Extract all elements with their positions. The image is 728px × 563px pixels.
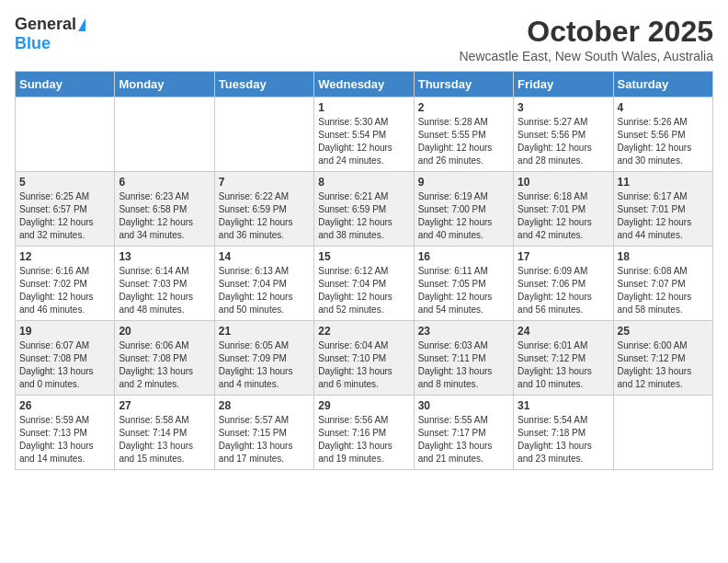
calendar-cell: 11Sunrise: 6:17 AM Sunset: 7:01 PM Dayli… (613, 172, 712, 247)
calendar-cell: 26Sunrise: 5:59 AM Sunset: 7:13 PM Dayli… (16, 396, 115, 470)
day-info: Sunrise: 6:22 AM Sunset: 6:59 PM Dayligh… (219, 190, 310, 242)
day-number: 23 (418, 325, 509, 338)
day-number: 6 (119, 176, 210, 189)
calendar-cell: 3Sunrise: 5:27 AM Sunset: 5:56 PM Daylig… (514, 98, 613, 172)
calendar-cell: 14Sunrise: 6:13 AM Sunset: 7:04 PM Dayli… (214, 247, 313, 321)
day-info: Sunrise: 6:13 AM Sunset: 7:04 PM Dayligh… (219, 265, 310, 316)
day-info: Sunrise: 6:00 AM Sunset: 7:12 PM Dayligh… (618, 339, 709, 391)
day-number: 24 (518, 325, 609, 338)
calendar-cell: 16Sunrise: 6:11 AM Sunset: 7:05 PM Dayli… (414, 247, 513, 321)
logo-blue-text: Blue (15, 34, 51, 53)
month-title: October 2025 (460, 15, 714, 49)
weekday-header-friday: Friday (514, 72, 613, 98)
calendar-cell: 15Sunrise: 6:12 AM Sunset: 7:04 PM Dayli… (314, 247, 414, 321)
calendar-cell: 13Sunrise: 6:14 AM Sunset: 7:03 PM Dayli… (115, 247, 214, 321)
calendar-cell (16, 98, 115, 172)
day-number: 5 (19, 176, 110, 189)
calendar-week-row: 12Sunrise: 6:16 AM Sunset: 7:02 PM Dayli… (16, 247, 713, 321)
calendar-cell: 27Sunrise: 5:58 AM Sunset: 7:14 PM Dayli… (115, 396, 214, 470)
calendar-cell: 19Sunrise: 6:07 AM Sunset: 7:08 PM Dayli… (16, 321, 115, 396)
day-info: Sunrise: 5:55 AM Sunset: 7:17 PM Dayligh… (418, 414, 509, 465)
calendar-week-row: 19Sunrise: 6:07 AM Sunset: 7:08 PM Dayli… (16, 321, 713, 396)
day-number: 27 (119, 399, 210, 412)
calendar-cell: 31Sunrise: 5:54 AM Sunset: 7:18 PM Dayli… (514, 396, 613, 470)
day-info: Sunrise: 5:26 AM Sunset: 5:56 PM Dayligh… (618, 116, 709, 167)
day-info: Sunrise: 5:58 AM Sunset: 7:14 PM Dayligh… (119, 414, 210, 465)
day-number: 30 (418, 399, 509, 412)
calendar-cell: 4Sunrise: 5:26 AM Sunset: 5:56 PM Daylig… (613, 98, 712, 172)
day-number: 18 (618, 250, 709, 263)
calendar-week-row: 1Sunrise: 5:30 AM Sunset: 5:54 PM Daylig… (16, 98, 713, 172)
day-info: Sunrise: 6:07 AM Sunset: 7:08 PM Dayligh… (19, 339, 110, 391)
day-info: Sunrise: 6:23 AM Sunset: 6:58 PM Dayligh… (119, 190, 210, 242)
day-info: Sunrise: 6:12 AM Sunset: 7:04 PM Dayligh… (318, 265, 409, 316)
calendar-cell: 17Sunrise: 6:09 AM Sunset: 7:06 PM Dayli… (514, 247, 613, 321)
day-info: Sunrise: 5:28 AM Sunset: 5:55 PM Dayligh… (418, 116, 509, 167)
day-info: Sunrise: 6:14 AM Sunset: 7:03 PM Dayligh… (119, 265, 210, 316)
day-number: 28 (219, 399, 310, 412)
weekday-header-monday: Monday (115, 72, 214, 98)
day-number: 19 (19, 325, 110, 338)
day-number: 17 (518, 250, 609, 263)
day-info: Sunrise: 5:54 AM Sunset: 7:18 PM Dayligh… (518, 414, 609, 465)
calendar-week-row: 5Sunrise: 6:25 AM Sunset: 6:57 PM Daylig… (16, 172, 713, 247)
calendar-cell: 28Sunrise: 5:57 AM Sunset: 7:15 PM Dayli… (214, 396, 313, 470)
calendar-cell: 12Sunrise: 6:16 AM Sunset: 7:02 PM Dayli… (16, 247, 115, 321)
day-info: Sunrise: 6:25 AM Sunset: 6:57 PM Dayligh… (19, 190, 110, 242)
day-info: Sunrise: 6:04 AM Sunset: 7:10 PM Dayligh… (318, 339, 409, 391)
day-number: 26 (19, 399, 110, 412)
calendar-cell: 10Sunrise: 6:18 AM Sunset: 7:01 PM Dayli… (514, 172, 613, 247)
day-info: Sunrise: 6:09 AM Sunset: 7:06 PM Dayligh… (518, 265, 609, 316)
day-info: Sunrise: 6:16 AM Sunset: 7:02 PM Dayligh… (19, 265, 110, 316)
calendar-cell: 21Sunrise: 6:05 AM Sunset: 7:09 PM Dayli… (214, 321, 313, 396)
day-info: Sunrise: 6:06 AM Sunset: 7:08 PM Dayligh… (119, 339, 210, 391)
calendar-cell: 2Sunrise: 5:28 AM Sunset: 5:55 PM Daylig… (414, 98, 513, 172)
day-number: 14 (219, 250, 310, 263)
day-number: 15 (318, 250, 409, 263)
calendar-cell: 6Sunrise: 6:23 AM Sunset: 6:58 PM Daylig… (115, 172, 214, 247)
day-number: 11 (618, 176, 709, 189)
calendar-cell (613, 396, 712, 470)
logo-general-text: General (15, 15, 76, 34)
day-info: Sunrise: 5:30 AM Sunset: 5:54 PM Dayligh… (318, 116, 409, 167)
day-info: Sunrise: 6:05 AM Sunset: 7:09 PM Dayligh… (219, 339, 310, 391)
day-info: Sunrise: 6:18 AM Sunset: 7:01 PM Dayligh… (518, 190, 609, 242)
calendar-cell (115, 98, 214, 172)
calendar-cell: 24Sunrise: 6:01 AM Sunset: 7:12 PM Dayli… (514, 321, 613, 396)
weekday-header-tuesday: Tuesday (214, 72, 313, 98)
calendar-cell: 22Sunrise: 6:04 AM Sunset: 7:10 PM Dayli… (314, 321, 414, 396)
day-number: 20 (119, 325, 210, 338)
day-info: Sunrise: 6:19 AM Sunset: 7:00 PM Dayligh… (418, 190, 509, 242)
weekday-header-wednesday: Wednesday (314, 72, 414, 98)
day-info: Sunrise: 6:01 AM Sunset: 7:12 PM Dayligh… (518, 339, 609, 391)
calendar-cell: 7Sunrise: 6:22 AM Sunset: 6:59 PM Daylig… (214, 172, 313, 247)
day-number: 29 (318, 399, 409, 412)
day-number: 25 (618, 325, 709, 338)
day-info: Sunrise: 6:17 AM Sunset: 7:01 PM Dayligh… (618, 190, 709, 242)
day-number: 8 (318, 176, 409, 189)
calendar-cell: 23Sunrise: 6:03 AM Sunset: 7:11 PM Dayli… (414, 321, 513, 396)
weekday-header-thursday: Thursday (414, 72, 513, 98)
calendar-week-row: 26Sunrise: 5:59 AM Sunset: 7:13 PM Dayli… (16, 396, 713, 470)
calendar-cell: 29Sunrise: 5:56 AM Sunset: 7:16 PM Dayli… (314, 396, 414, 470)
calendar-cell: 20Sunrise: 6:06 AM Sunset: 7:08 PM Dayli… (115, 321, 214, 396)
day-info: Sunrise: 5:57 AM Sunset: 7:15 PM Dayligh… (219, 414, 310, 465)
calendar-cell: 30Sunrise: 5:55 AM Sunset: 7:17 PM Dayli… (414, 396, 513, 470)
day-info: Sunrise: 6:03 AM Sunset: 7:11 PM Dayligh… (418, 339, 509, 391)
day-number: 7 (219, 176, 310, 189)
day-number: 3 (518, 101, 609, 114)
day-number: 13 (119, 250, 210, 263)
day-number: 9 (418, 176, 509, 189)
day-info: Sunrise: 5:59 AM Sunset: 7:13 PM Dayligh… (19, 414, 110, 465)
day-number: 2 (418, 101, 509, 114)
day-info: Sunrise: 6:08 AM Sunset: 7:07 PM Dayligh… (618, 265, 709, 316)
weekday-header-row: SundayMondayTuesdayWednesdayThursdayFrid… (16, 72, 713, 98)
logo-triangle-icon (78, 18, 85, 31)
day-number: 10 (518, 176, 609, 189)
day-number: 4 (618, 101, 709, 114)
day-info: Sunrise: 5:27 AM Sunset: 5:56 PM Dayligh… (518, 116, 609, 167)
calendar-cell: 1Sunrise: 5:30 AM Sunset: 5:54 PM Daylig… (314, 98, 414, 172)
day-number: 21 (219, 325, 310, 338)
day-info: Sunrise: 5:56 AM Sunset: 7:16 PM Dayligh… (318, 414, 409, 465)
day-info: Sunrise: 6:11 AM Sunset: 7:05 PM Dayligh… (418, 265, 509, 316)
